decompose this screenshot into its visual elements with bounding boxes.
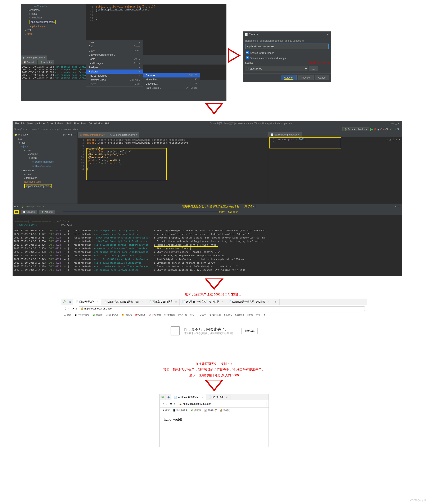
window-controls[interactable]: — ▢ ✕	[391, 122, 400, 125]
log-output[interactable]: . ____ _ __ _ _ =========|_|============…	[13, 215, 402, 276]
menu-file[interactable]: File	[15, 122, 19, 125]
bookmark-item[interactable]: ★ 收藏	[64, 313, 71, 317]
menu-item[interactable]: Analyze▸	[86, 65, 143, 69]
preview-button[interactable]: Preview	[298, 75, 313, 80]
browser-shield-icon[interactable]: ◉	[166, 394, 171, 400]
breadcrumb[interactable]: Spring8 〉 src 〉 main 〉 resources 〉 appli…	[14, 128, 78, 131]
tree-test[interactable]: test	[21, 28, 86, 32]
browser-tab[interactable]: 📄 localhost:8080/user ×	[171, 394, 206, 400]
bookmark-item[interactable]: 📱 手机收藏夹	[74, 313, 89, 317]
back-icon[interactable]: 〈	[63, 307, 66, 311]
bookmark-item[interactable]: 🧩 拼暖暖	[191, 409, 201, 412]
menu-item[interactable]: Copy File...F5	[143, 82, 200, 86]
tree-app-properties[interactable]: application.properties	[21, 19, 86, 25]
tree-static2[interactable]: static	[13, 172, 77, 176]
tab-actuator2[interactable]: 🍃 Actuator	[39, 210, 55, 214]
bookmark-item[interactable]: Markd	[247, 313, 253, 317]
tree-com[interactable]: com	[13, 149, 77, 152]
menu-item[interactable]: Copy Path/Reference...	[86, 53, 143, 57]
tree-templates[interactable]: templates	[21, 16, 86, 19]
tree-target[interactable]: target	[21, 32, 86, 36]
menu-build[interactable]: Build	[66, 122, 72, 125]
menu-item[interactable]: PasteCtrl+V	[86, 57, 143, 61]
menu-item[interactable]: Add to Favorites▸	[86, 74, 143, 78]
debug-icon[interactable]: 🐞	[374, 128, 377, 131]
reload-icon[interactable]: ⟳	[72, 307, 74, 310]
tree-usercontroller2[interactable]: Ⓒ UserController	[13, 164, 77, 168]
project-pane[interactable]: 📁 Project ▾⊕ ⇄ ÷ ⚙ — src main java com e…	[13, 132, 78, 203]
tab-console[interactable]: 📋 Console	[21, 60, 37, 65]
browser-shield-icon[interactable]: ◉	[67, 299, 73, 305]
bookmark-item[interactable]: 📊 商业动态	[204, 409, 217, 412]
settings-icon[interactable]: ⚙ —	[395, 205, 400, 208]
forward-icon[interactable]: 〉	[68, 307, 70, 311]
tab-actuator[interactable]: 🍃 Actuator	[38, 60, 54, 65]
menu-item[interactable]: CopyCtrl+C	[86, 49, 143, 53]
bookmark-item[interactable]: 力扣	[256, 313, 261, 317]
forward-icon[interactable]: 〉	[166, 402, 168, 406]
menu-refactor[interactable]: Refactor	[55, 122, 64, 125]
tree-app-yml[interactable]: application.yml	[21, 25, 86, 28]
bookmark-item[interactable]: 📈 比特教育	[148, 313, 161, 317]
tree-resources2[interactable]: resources	[13, 168, 77, 172]
tree-example[interactable]: example	[13, 152, 77, 156]
menu-code[interactable]: Code	[47, 122, 53, 125]
tab-usercontroller[interactable]: Ⓒ UserController.java ×	[78, 132, 107, 138]
browser-tab[interactable]: 📄 360导航_一个主页，整个世界 ×	[180, 299, 226, 305]
bookmark-item[interactable]: CSDN	[200, 313, 206, 317]
bookmarks-bar[interactable]: ★ 收藏📱 手机收藏夹🧩 拼暖暖📊 商业动态🌈 鸿鹄志🐙 GitHub📈 比特教…	[61, 312, 367, 318]
menu-item[interactable]: CutCtrl+X	[86, 44, 143, 49]
home-icon[interactable]: ⌂	[174, 403, 175, 405]
menu-run[interactable]: Run	[74, 122, 79, 125]
browser-tab[interactable]: 📄 网页无法访问 ×	[73, 299, 101, 305]
browser-tab[interactable]: 📄 (28条消息) javaEE进阶 - Spr ×	[101, 299, 146, 305]
rename-input[interactable]	[245, 43, 329, 49]
chk-references[interactable]: Search for references	[245, 51, 274, 54]
tree-demo[interactable]: demo	[13, 156, 77, 160]
tree-usercontroller[interactable]: UserController	[21, 4, 86, 8]
browser-tabs[interactable]: Ⓔ ◉ 📄 网页无法访问 ×📄 (28条消息) javaEE进阶 - Spr ×…	[61, 299, 367, 305]
menu-item[interactable]: Rename...Shift+F6	[143, 73, 200, 77]
git-commit-icon[interactable]: ✔	[390, 128, 392, 131]
coverage-icon[interactable]: ▶̱	[378, 128, 379, 131]
bookmark-item[interactable]: © cplusplu	[164, 313, 175, 317]
rerun-icon[interactable]: ↻	[14, 210, 19, 214]
tree-resources[interactable]: resources	[21, 8, 86, 12]
git-update-icon[interactable]: ↓	[393, 128, 394, 130]
menu-item[interactable]: New▸	[86, 40, 143, 44]
bookmark-item[interactable]: 🧩 拼暖暖	[92, 313, 103, 317]
code-left[interactable]: 4import import org.springframework.web.b…	[78, 138, 268, 203]
bookmark-item[interactable]: © C++	[190, 313, 197, 317]
run-icon[interactable]: ▶	[370, 127, 373, 132]
menu-item[interactable]: Reformat CodeCtrl+Alt+L	[86, 78, 143, 82]
tab-demoapp2[interactable]: Ⓒ DemoApplication.java ×	[107, 132, 139, 138]
menu-item[interactable]: Move File...F6	[143, 77, 200, 82]
menu-git[interactable]: Git	[89, 122, 92, 125]
address-bar[interactable]: 🔒 http://localhost:8081/user	[79, 306, 365, 311]
tab-properties[interactable]: 📄 applications.properties ×	[268, 132, 302, 137]
menu-bar[interactable]: File Edit View Navigate Code Refactor Bu…	[13, 121, 402, 126]
home-icon[interactable]: ⌂	[75, 307, 77, 310]
tree-templates2[interactable]: templates	[13, 176, 77, 180]
menu-item[interactable]: Find UsagesAlt+F7	[86, 61, 143, 65]
bookmark-item[interactable]: © C++ re	[178, 313, 187, 317]
bookmark-item[interactable]: 📊 商业动态	[106, 313, 118, 317]
close-icon[interactable]: ✕	[327, 33, 329, 36]
tab-demoapp[interactable]: ▶ DemoApplication ×	[21, 56, 47, 60]
tree-static[interactable]: static	[21, 12, 86, 16]
scope-more-button[interactable]: …	[309, 66, 318, 71]
scope-select[interactable]: Project Files	[245, 66, 308, 71]
run-config-dropdown[interactable]: 🍃 DemoApplication ▾	[342, 127, 369, 131]
tab-console2[interactable]: 📋 Console	[21, 210, 37, 214]
bookmark-item[interactable]: ⚙ 我的工作	[209, 313, 221, 317]
bookmark-item[interactable]: 🌈 鸿鹄志	[220, 409, 230, 412]
menu-help[interactable]: Help	[105, 122, 110, 125]
browser-tab[interactable]: 📄 localhost是什么意思_360搜索 ×	[226, 299, 272, 305]
stop-icon[interactable]: ■	[383, 128, 385, 130]
bookmark-item[interactable]: 🐙 GitHub	[135, 313, 146, 317]
tree-props2[interactable]: applications.properties	[13, 184, 77, 189]
code-right[interactable]: 1server.port = 8081 2 ⚠ ▲ 1 ∧ ∨	[268, 137, 402, 203]
menu-item[interactable]: Refactor▸	[86, 69, 143, 74]
tree-java[interactable]: java	[13, 145, 77, 149]
tree-yml2[interactable]: application.yml	[13, 180, 77, 184]
